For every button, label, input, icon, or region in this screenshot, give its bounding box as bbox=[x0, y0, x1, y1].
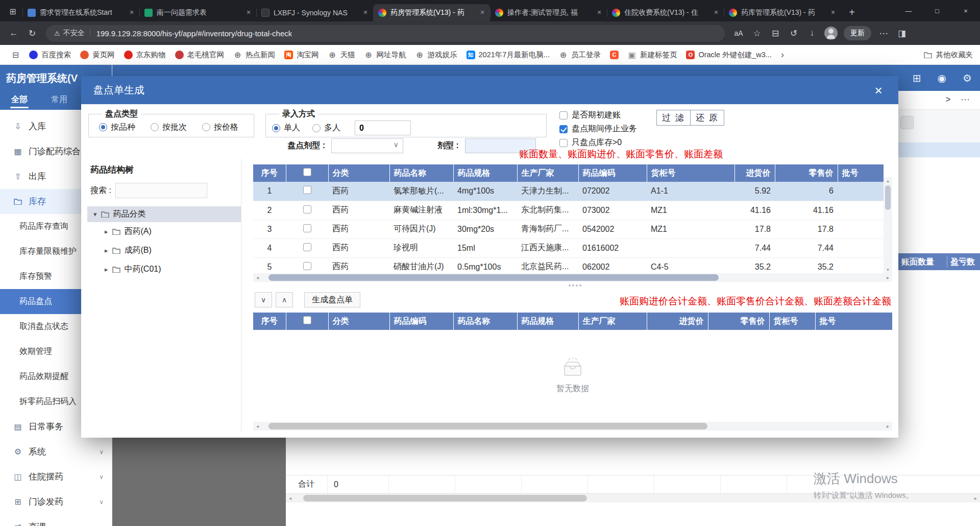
scrollbar-thumb[interactable] bbox=[268, 423, 707, 429]
bookmark-item[interactable]: OOracle 外键创建_w3... bbox=[682, 48, 775, 62]
row-checkbox[interactable] bbox=[303, 243, 311, 251]
browser-tab[interactable]: 药房管理系统(V13) - 药× bbox=[373, 4, 490, 21]
entry-mode-option[interactable]: 单人 bbox=[272, 123, 300, 133]
scrollbar-thumb[interactable] bbox=[268, 274, 719, 281]
bookmark-item[interactable]: ⊟ bbox=[7, 49, 24, 61]
scrollbar-thumb[interactable] bbox=[885, 185, 891, 210]
back-icon[interactable]: ← bbox=[5, 25, 22, 41]
close-button[interactable]: × bbox=[951, 0, 980, 21]
caret-right-icon[interactable]: ▸ bbox=[105, 228, 108, 235]
scroll-left-icon[interactable]: ◂ bbox=[286, 495, 295, 501]
drug-row[interactable]: 2西药麻黄碱注射液1ml:30mg*1...东北制药集...073002MZ14… bbox=[253, 201, 884, 220]
tabstrip-next-icon[interactable]: > bbox=[946, 95, 950, 104]
dialog-close-icon[interactable]: × bbox=[871, 83, 886, 98]
security-label[interactable]: 不安全 bbox=[63, 29, 85, 38]
bookmark-item[interactable]: ⊕员工登录 bbox=[555, 48, 605, 62]
drug-row[interactable]: 1西药氯苯那敏片(...4mg*100s天津力生制...072002A1-15.… bbox=[253, 182, 884, 201]
scroll-right-icon[interactable]: ▸ bbox=[884, 275, 892, 280]
inventory-type-option[interactable]: 按品种 bbox=[99, 122, 135, 133]
maximize-button[interactable]: □ bbox=[923, 0, 951, 21]
tree-search-input[interactable] bbox=[115, 183, 207, 198]
more-menu-icon[interactable]: ⋯ bbox=[875, 25, 892, 41]
sidebar-item-系统[interactable]: ⚙系统∨ bbox=[0, 439, 112, 464]
header-checkbox[interactable] bbox=[303, 168, 311, 176]
bookmark-item[interactable]: 知2021年7月最新电脑... bbox=[462, 48, 554, 62]
bookmark-item[interactable]: C bbox=[606, 49, 623, 61]
new-tab-button[interactable]: + bbox=[845, 5, 859, 19]
row-checkbox[interactable] bbox=[303, 205, 311, 213]
downloads-icon[interactable]: ↓ bbox=[803, 25, 821, 41]
caret-right-icon[interactable]: ▸ bbox=[105, 247, 108, 254]
bookmark-item[interactable]: ▣新建标签页 bbox=[624, 48, 681, 62]
tab-close-icon[interactable]: × bbox=[361, 8, 370, 17]
lower-table-horizontal-scrollbar[interactable]: ◂ ▸ bbox=[253, 422, 892, 431]
bookmark-item[interactable]: ⊕热点新闻 bbox=[229, 48, 279, 62]
scroll-right-icon[interactable]: ▸ bbox=[971, 495, 980, 501]
person-count-input[interactable] bbox=[355, 121, 411, 135]
entry-mode-option[interactable]: 多人 bbox=[312, 123, 340, 133]
profile-avatar[interactable] bbox=[824, 27, 838, 40]
drug-row[interactable]: 4西药珍视明15ml江西天施康...016160027.447.44 bbox=[253, 238, 884, 257]
caret-down-icon[interactable]: ▾ bbox=[93, 210, 97, 218]
dialog-checkbox[interactable]: 盘点期间停止业务 bbox=[559, 123, 637, 135]
row-checkbox[interactable] bbox=[303, 262, 311, 270]
dosage-form-select[interactable]: ∨ bbox=[331, 138, 403, 153]
browser-tab[interactable]: 住院收费系统(V13) - 住× bbox=[607, 4, 724, 21]
table-horizontal-scrollbar[interactable]: ◂ ▸ bbox=[253, 273, 892, 282]
tab-close-icon[interactable]: × bbox=[127, 8, 136, 17]
app-monitor-icon[interactable]: ◉ bbox=[938, 72, 946, 84]
dialog-checkbox[interactable]: 是否期初建账 bbox=[559, 109, 637, 122]
address-input[interactable]: ⚠ 不安全 199.9.129.28:8000/his-yf/app/#/inv… bbox=[46, 25, 725, 42]
bookmark-item[interactable]: 淘淘宝网 bbox=[280, 48, 323, 62]
move-down-button[interactable]: ∨ bbox=[255, 292, 272, 307]
scrollbar-thumb[interactable] bbox=[303, 495, 587, 501]
tab-close-icon[interactable]: × bbox=[712, 8, 721, 17]
generate-inventory-button[interactable]: 生成盘点单 bbox=[304, 292, 360, 307]
app-settings-gear-icon[interactable]: ⚙ bbox=[963, 72, 972, 84]
sidebar-tab-常用[interactable]: 常用 bbox=[51, 91, 67, 110]
favorites-star-icon[interactable]: ☆ bbox=[748, 25, 766, 41]
bookmark-item[interactable]: 百度搜索 bbox=[25, 48, 75, 62]
tree-node-root[interactable]: ▾ 药品分类 bbox=[87, 206, 241, 222]
scroll-left-icon[interactable]: ◂ bbox=[253, 275, 262, 280]
browser-tab[interactable]: 操作者:测试管理员, 福× bbox=[490, 4, 607, 21]
caret-right-icon[interactable]: ▸ bbox=[105, 266, 108, 273]
sidebar-item-住院摆药[interactable]: ◫住院摆药∨ bbox=[0, 464, 112, 489]
filter-button[interactable]: 过 滤 bbox=[656, 110, 691, 126]
scroll-down-icon[interactable]: ▾ bbox=[884, 266, 892, 273]
browser-tab[interactable]: 需求管理在线系统Start× bbox=[22, 4, 139, 21]
scroll-left-icon[interactable]: ◂ bbox=[253, 423, 262, 429]
bookmark-item[interactable]: 老毛桃官网 bbox=[171, 48, 229, 62]
browser-tab[interactable]: 南一问题需求表× bbox=[139, 4, 256, 21]
tree-node[interactable]: ▸西药(A) bbox=[87, 222, 241, 241]
history-icon[interactable]: ↺ bbox=[785, 25, 802, 41]
refresh-icon[interactable]: ↻ bbox=[23, 25, 41, 41]
sidebar-item-直调[interactable]: ⇄直调 bbox=[0, 514, 112, 526]
browser-tab[interactable]: LXBFJ - Synology NAS× bbox=[256, 4, 373, 21]
bookmark-item[interactable]: 黄页网 bbox=[76, 48, 119, 62]
browser-tab[interactable]: 药库管理系统(V13) - 药× bbox=[724, 4, 841, 21]
tab-close-icon[interactable]: × bbox=[828, 8, 838, 17]
bookmark-item[interactable]: ⊕天猫 bbox=[324, 48, 359, 62]
table-vertical-scrollbar[interactable]: ▴ ▾ bbox=[884, 177, 892, 273]
restore-button[interactable]: 还 原 bbox=[690, 110, 724, 126]
header-checkbox[interactable] bbox=[303, 316, 311, 324]
tab-close-icon[interactable]: × bbox=[244, 8, 253, 17]
inventory-type-option[interactable]: 按批次 bbox=[151, 122, 187, 133]
other-favorites-button[interactable]: 其他收藏夹 bbox=[924, 50, 973, 60]
row-checkbox[interactable] bbox=[303, 186, 311, 194]
bookmark-item[interactable]: ⊕游戏娱乐 bbox=[411, 48, 461, 62]
bookmark-item[interactable]: 京东购物 bbox=[120, 48, 170, 62]
move-up-button[interactable]: ∧ bbox=[276, 292, 293, 307]
tab-close-icon[interactable]: × bbox=[478, 8, 487, 17]
tree-node[interactable]: ▸成药(B) bbox=[87, 241, 241, 260]
sidebar-item-门诊发药[interactable]: ⊞门诊发药∨ bbox=[0, 489, 112, 514]
splitter-handle[interactable] bbox=[569, 284, 581, 286]
drug-row[interactable]: 3西药可待因片(J)30mg*20s青海制药厂...0542002MZ117.8… bbox=[253, 220, 884, 238]
bookmarks-overflow-chevron[interactable]: › bbox=[779, 49, 786, 60]
sidebar-toggle-icon[interactable]: ◨ bbox=[893, 25, 911, 41]
select-all-cell[interactable] bbox=[286, 164, 328, 182]
bg-toolbar-button[interactable] bbox=[900, 116, 914, 129]
read-aloud-icon[interactable]: aA bbox=[730, 25, 747, 41]
update-button[interactable]: 更新 bbox=[844, 26, 871, 40]
